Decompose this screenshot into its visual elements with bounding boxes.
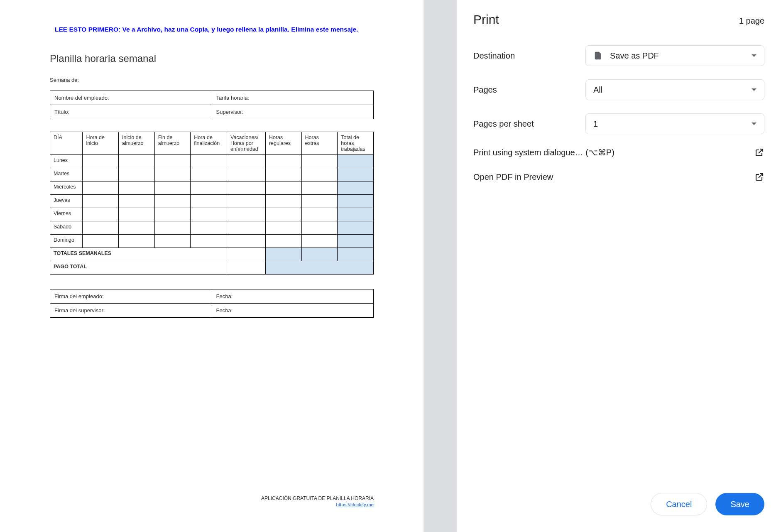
cell	[338, 181, 374, 194]
destination-value: Save as PDF	[610, 51, 659, 61]
date-cell: Fecha:	[212, 289, 374, 303]
cell	[191, 154, 227, 168]
supervisor-cell: Supervisor:	[212, 105, 374, 119]
cell	[301, 194, 338, 208]
table-row: Firma del supervisor: Fecha:	[50, 303, 374, 317]
destination-select[interactable]: Save as PDF	[585, 45, 764, 66]
cell	[83, 208, 119, 221]
panel-header: Print 1 page	[473, 12, 764, 27]
button-row: Cancel Save	[473, 493, 764, 520]
pages-per-sheet-value: 1	[593, 119, 598, 129]
pages-per-sheet-row: Pages per sheet 1	[473, 113, 764, 134]
destination-label: Destination	[473, 51, 585, 61]
employee-info-table: Nombre del empleado: Tarifa horaria: Tít…	[50, 91, 374, 119]
cell	[338, 234, 374, 248]
cell: Domingo	[50, 234, 83, 248]
cell	[227, 208, 265, 221]
cell	[265, 234, 301, 248]
table-row: Domingo	[50, 234, 374, 248]
save-button[interactable]: Save	[715, 493, 764, 515]
cell	[83, 168, 119, 181]
cell	[191, 221, 227, 234]
cell	[265, 261, 373, 274]
cell	[119, 168, 155, 181]
title-cell: Título:	[50, 105, 212, 119]
external-link-icon	[754, 172, 764, 182]
system-dialog-link[interactable]: Print using system dialogue… (⌥⌘P)	[473, 147, 764, 157]
cell	[265, 181, 301, 194]
col-regular: Horas regulares	[265, 132, 301, 154]
cell	[154, 234, 191, 248]
cell	[191, 234, 227, 248]
pages-select[interactable]: All	[585, 79, 764, 100]
cell	[191, 168, 227, 181]
cell: Lunes	[50, 154, 83, 168]
cell	[227, 194, 265, 208]
cell	[265, 194, 301, 208]
cell	[83, 181, 119, 194]
hourly-rate-cell: Tarifa horaria:	[212, 91, 374, 105]
totals-label: TOTALES SEMANALES	[50, 248, 227, 261]
week-label: Semana de:	[50, 77, 374, 83]
cell	[301, 208, 338, 221]
table-row: Firma del empleado: Fecha:	[50, 289, 374, 303]
cancel-button[interactable]: Cancel	[651, 493, 707, 515]
pages-per-sheet-select[interactable]: 1	[585, 113, 764, 134]
footer-label: APLICACIÓN GRATUITA DE PLANILLA HORARIA	[261, 495, 374, 501]
col-extra: Horas extras	[301, 132, 338, 154]
cell: Martes	[50, 168, 83, 181]
totals-row: TOTALES SEMANALES	[50, 248, 374, 261]
cell	[227, 168, 265, 181]
page-count: 1 page	[739, 16, 764, 26]
cell	[154, 168, 191, 181]
document-page: LEE ESTO PRIMERO: Ve a Archivo, haz una …	[17, 0, 407, 330]
col-lunch-start: Inicio de almuerzo	[119, 132, 155, 154]
cell	[301, 168, 338, 181]
cell	[83, 221, 119, 234]
cell	[83, 194, 119, 208]
open-preview-text: Open PDF in Preview	[473, 172, 553, 182]
table-row: Nombre del empleado: Tarifa horaria:	[50, 91, 374, 105]
cell	[191, 208, 227, 221]
table-row: Martes	[50, 168, 374, 181]
cell	[154, 221, 191, 234]
print-panel: Print 1 page Destination Save as PDF Pag…	[457, 0, 781, 532]
cell	[227, 221, 265, 234]
external-link-icon	[754, 147, 764, 157]
cell	[227, 234, 265, 248]
cell	[301, 154, 338, 168]
print-preview-area: LEE ESTO PRIMERO: Ve a Archivo, haz una …	[0, 0, 424, 532]
cell	[265, 168, 301, 181]
col-lunch-end: Fin de almuerzo	[154, 132, 191, 154]
footer: APLICACIÓN GRATUITA DE PLANILLA HORARIA …	[261, 495, 374, 507]
pages-row: Pages All	[473, 79, 764, 100]
open-preview-link[interactable]: Open PDF in Preview	[473, 172, 764, 182]
system-dialog-text: Print using system dialogue… (⌥⌘P)	[473, 147, 615, 157]
pages-label: Pages	[473, 85, 585, 95]
col-start: Hora de inicio	[83, 132, 119, 154]
cell	[301, 221, 338, 234]
cell: Viernes	[50, 208, 83, 221]
cell	[191, 194, 227, 208]
cell	[154, 208, 191, 221]
chevron-down-icon	[752, 88, 757, 91]
col-vacation: Vacaciones/ Horas por enfermedad	[227, 132, 265, 154]
cell	[338, 168, 374, 181]
warning-message: LEE ESTO PRIMERO: Ve a Archivo, haz una …	[50, 25, 374, 34]
hours-table: DÍA Hora de inicio Inicio de almuerzo Fi…	[50, 132, 374, 275]
document-title: Planilla horaria semanal	[50, 53, 374, 64]
cell	[227, 154, 265, 168]
cell	[265, 221, 301, 234]
col-day: DÍA	[50, 132, 83, 154]
footer-link[interactable]: https://clockify.me	[261, 502, 374, 507]
cell	[83, 154, 119, 168]
cell	[154, 181, 191, 194]
cell	[119, 181, 155, 194]
cell	[265, 154, 301, 168]
cell	[119, 234, 155, 248]
destination-row: Destination Save as PDF	[473, 45, 764, 66]
cell	[265, 248, 301, 261]
employee-sig-cell: Firma del empleado:	[50, 289, 212, 303]
cell	[338, 154, 374, 168]
cell	[227, 181, 265, 194]
